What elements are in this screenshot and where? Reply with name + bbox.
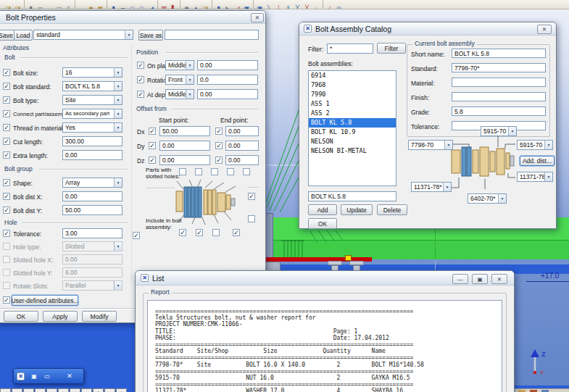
catalog-titlebar[interactable]: ✕ Bolt Assembly Catalog [299,22,556,36]
dx-end-field[interactable]: 0.00 [225,126,259,136]
bolt-dist-y-field[interactable]: 50.00 [62,205,122,215]
rotation-combo[interactable]: Front▼ [165,75,194,85]
toolbar-icon[interactable]: ▮ [109,4,118,9]
part-standard-combo-top[interactable]: 5915-70▼ [481,126,517,136]
on-plane-field[interactable]: 0.00 [197,60,258,70]
restore-button[interactable]: ▣ [29,372,39,381]
profile-combo[interactable]: standard▼ [33,30,133,40]
assembly-side-checkbox[interactable] [248,215,255,222]
toolbar-icon[interactable]: ◠ [128,4,137,9]
save-as-button[interactable]: Save as [138,30,163,41]
toolbar-icon[interactable]: ◣ [223,4,233,9]
close-button[interactable]: ✕ [251,13,264,22]
field-checkbox[interactable]: ✓ [3,124,10,131]
toolbar-icon[interactable]: ◪ [201,4,210,9]
hole-type-combo[interactable]: Slotted▼ [62,241,122,251]
slotted-checkbox[interactable] [179,168,186,175]
at-depth-field[interactable]: 0.00 [197,89,258,99]
part-standard-combo-right-top[interactable]: 5915-70▼ [517,140,553,150]
standard-field[interactable]: 7798-70* [452,63,546,72]
toolbar-icon[interactable]: ◙ [35,388,46,392]
rotate-slots-combo[interactable]: Parallel▼ [62,280,122,291]
list-item[interactable]: ASS 1 [309,99,396,109]
list-item[interactable]: NELSON [309,137,396,146]
include-checkbox[interactable]: ✓ [196,229,203,236]
save-button[interactable]: Save [0,30,15,41]
toolbar-icon[interactable]: ∥ [283,4,293,9]
save-as-field[interactable] [165,30,259,40]
field-checkbox[interactable]: ✓ [3,151,10,159]
toolbar-icon[interactable]: ◡ [77,4,86,9]
offset-checkbox[interactable]: ✓ [215,157,223,164]
position-checkbox[interactable]: ✓ [137,76,144,83]
toolbar-icon[interactable]: ▫ [312,4,321,9]
dy-end-field[interactable]: 0.00 [225,141,259,151]
modify-button[interactable]: Modify [82,311,117,322]
toolbar-icon[interactable]: ⁄ [325,4,334,9]
field-checkbox[interactable] [3,282,10,289]
thread-in-material-combo[interactable]: Yes▼ [62,122,122,133]
toolbar-icon[interactable]: ═ [36,4,45,9]
cut-length-field[interactable]: 300.00 [62,136,122,146]
offset-checkbox[interactable]: ✓ [149,157,156,164]
position-checkbox[interactable]: ✓ [137,91,144,98]
toolbar-icon[interactable]: ╳ [293,4,302,9]
bolt-properties-titlebar[interactable]: Bolt Properties [0,11,265,24]
offset-checkbox[interactable]: ✓ [215,128,223,135]
list-item-selected[interactable]: BOLT KL 5.8 [309,118,396,128]
toolbar-icon[interactable]: ╳ [302,4,312,9]
toolbar-icon[interactable]: ▪ [23,388,34,392]
extra-length-field[interactable]: 0.00 [62,150,122,160]
ok-button[interactable]: OK [308,218,337,229]
field-checkbox[interactable] [3,256,10,263]
toolbar-icon[interactable]: ▣ [242,4,252,9]
report-area[interactable]: ========================================… [147,300,502,392]
filter-button[interactable]: Filter [377,43,406,54]
list-item[interactable]: 7990 [309,90,396,99]
position-checkbox[interactable]: ✓ [137,62,144,69]
list-item[interactable]: NELSON BI-METAL [309,146,396,156]
toolbar-icon[interactable]: ● [46,388,57,392]
list-item[interactable]: ASS 2 [309,109,396,118]
toolbar-icon[interactable]: ▥ [159,4,169,9]
toolbar-icon[interactable]: ◪ [13,4,22,9]
toolbar-icon[interactable]: ◆ [58,388,69,392]
toolbar-icon[interactable]: ▲ [191,4,201,9]
add-button[interactable]: Add [308,204,337,215]
connect-part-combo[interactable]: As secondary part▼ [62,109,122,119]
slotted-checkbox[interactable] [243,168,250,175]
toolbar-icon[interactable]: ◞ [45,4,54,9]
load-button[interactable]: Load [14,30,33,41]
field-checkbox[interactable]: ✓ [3,96,10,104]
include-checkbox[interactable] [212,229,220,236]
list-item[interactable]: 7968 [309,80,396,90]
list-item[interactable]: 6914 [309,71,396,80]
include-checkbox[interactable]: ✓ [133,232,140,239]
filter-field[interactable]: * [327,43,373,54]
toolbar-icon[interactable]: ▲ [12,388,22,392]
update-button[interactable]: Update [341,204,373,215]
offset-checkbox[interactable]: ✓ [149,128,156,135]
bolt-type-combo[interactable]: Site▼ [62,95,122,105]
on-plane-combo[interactable]: Middle▼ [165,60,194,70]
toolbar-icon[interactable]: ▌ [169,4,178,9]
dz-start-field[interactable]: 0.00 [159,155,210,165]
floating-view-titlebar[interactable]: ✕ ▣ ▭ ✕ [13,368,84,384]
offset-checkbox[interactable]: ✓ [149,142,156,149]
minimize-button[interactable]: — [452,274,468,284]
close-button[interactable]: ✕ [491,274,507,284]
toolbar-icon[interactable]: ▮ [93,388,104,392]
shape-combo[interactable]: Array▼ [62,178,122,188]
toolbar-icon[interactable]: ◎ [334,4,344,9]
field-checkbox[interactable]: ✓ [3,110,10,117]
toolbar-icon[interactable]: ▣ [255,4,265,9]
apply-button[interactable]: Apply [43,311,78,322]
delete-button[interactable]: Delete [377,204,407,215]
slotted-hole-x-field[interactable]: 0.00 [62,254,122,264]
material-field[interactable] [452,78,546,87]
toolbar-icon[interactable]: ▰ [81,388,92,392]
finish-field[interactable] [452,92,546,101]
part-standard-combo-bottom[interactable]: 6402-70*▼ [468,193,507,204]
dx-start-field[interactable]: 50.00 [159,126,210,136]
field-checkbox[interactable]: ✓ [3,69,10,76]
